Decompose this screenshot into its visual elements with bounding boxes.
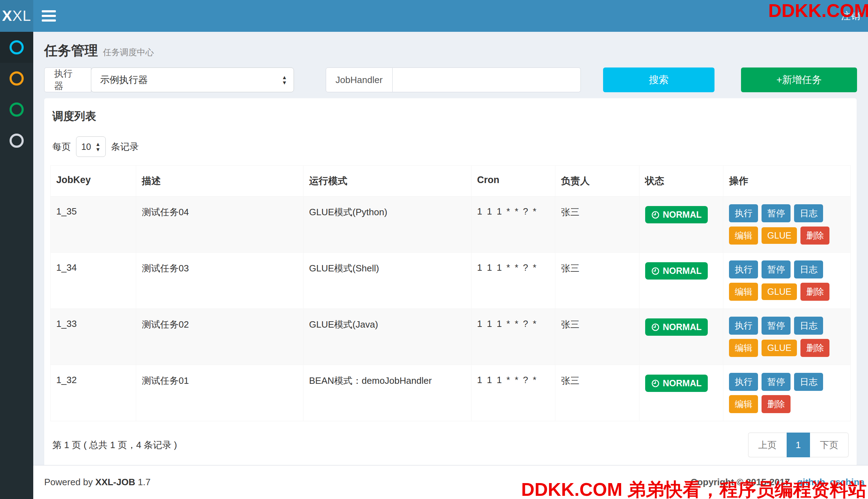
- pause-button[interactable]: 暂停: [762, 204, 791, 222]
- hamburger-bar: [42, 19, 56, 22]
- status-text: NORMAL: [663, 378, 702, 388]
- pause-button[interactable]: 暂停: [762, 373, 791, 391]
- sidebar-item-2[interactable]: [0, 63, 33, 94]
- glue-button[interactable]: GLUE: [762, 227, 797, 244]
- panel-title: 调度列表: [52, 109, 851, 124]
- trigger-button[interactable]: 执行: [729, 204, 758, 222]
- trigger-button[interactable]: 执行: [729, 373, 758, 391]
- hamburger-bar: [42, 15, 56, 17]
- jobhandler-filter-group: JobHandler: [326, 67, 581, 92]
- table-row: 1_33测试任务02GLUE模式(Java)1 1 1 * * ? *张三 NO…: [51, 309, 851, 365]
- cell-status: NORMAL: [639, 365, 723, 421]
- menu-toggle-icon[interactable]: [42, 10, 56, 22]
- edit-button[interactable]: 编辑: [729, 283, 758, 301]
- circle-ring-icon: [10, 134, 24, 148]
- page-size-suffix: 条记录: [111, 141, 139, 153]
- cell-cron: 1 1 1 * * ? *: [471, 309, 555, 365]
- status-badge: NORMAL: [645, 318, 708, 336]
- next-page-button[interactable]: 下页: [810, 433, 849, 457]
- executor-select[interactable]: 示例执行器 ▲▼: [91, 67, 294, 92]
- cell-job_key: 1_35: [51, 196, 136, 253]
- search-button[interactable]: 搜索: [603, 67, 715, 92]
- hamburger-bar: [42, 10, 56, 12]
- cell-job_key: 1_32: [51, 365, 136, 421]
- pause-button[interactable]: 暂停: [762, 317, 791, 335]
- status-badge: NORMAL: [645, 206, 708, 223]
- cell-owner: 张三: [555, 196, 640, 253]
- select-arrows-icon: ▲▼: [95, 141, 100, 152]
- clock-icon: [651, 267, 660, 275]
- sidebar-item-3[interactable]: [0, 94, 33, 125]
- clock-icon: [651, 379, 660, 388]
- column-header: 操作: [723, 166, 851, 196]
- prev-page-button[interactable]: 上页: [748, 433, 787, 457]
- status-badge: NORMAL: [645, 375, 708, 392]
- log-button[interactable]: 日志: [794, 204, 823, 222]
- cell-actions: 执行暂停日志编辑GLUE删除: [723, 253, 851, 309]
- log-button[interactable]: 日志: [794, 260, 823, 278]
- clock-icon: [651, 211, 660, 219]
- pager: 上页 1 下页: [748, 433, 849, 457]
- jobs-table: JobKey描述运行模式Cron负责人状态操作 1_35测试任务04GLUE模式…: [50, 165, 851, 421]
- edit-button[interactable]: 编辑: [729, 339, 758, 357]
- column-header: JobKey: [51, 166, 136, 196]
- cell-job_key: 1_34: [51, 253, 136, 309]
- cell-status: NORMAL: [639, 196, 723, 253]
- glue-button[interactable]: GLUE: [762, 283, 797, 300]
- cell-desc: 测试任务02: [136, 309, 303, 365]
- status-text: NORMAL: [663, 266, 702, 276]
- page-size-control: 每页 10 ▲▼ 条记录: [52, 136, 851, 157]
- executor-selected-value: 示例执行器: [100, 74, 148, 86]
- status-text: NORMAL: [663, 210, 702, 220]
- cell-mode: BEAN模式：demoJobHandler: [303, 365, 471, 421]
- delete-button[interactable]: 删除: [800, 227, 829, 245]
- page-title: 任务管理: [44, 43, 98, 58]
- page-size-select[interactable]: 10 ▲▼: [76, 136, 106, 157]
- cell-actions: 执行暂停日志编辑GLUE删除: [723, 196, 851, 253]
- sidebar-item-1[interactable]: [0, 32, 33, 63]
- delete-button[interactable]: 删除: [800, 283, 829, 301]
- cell-cron: 1 1 1 * * ? *: [471, 365, 555, 421]
- app-logo[interactable]: XXL: [0, 0, 33, 32]
- content-area: 任务管理任务调度中心 执行器 示例执行器 ▲▼ JobHandler 搜索 +新…: [33, 32, 868, 499]
- table-row: 1_34测试任务03GLUE模式(Shell)1 1 1 * * ? *张三 N…: [51, 253, 851, 309]
- page-subtitle: 任务调度中心: [103, 47, 154, 57]
- cell-desc: 测试任务04: [136, 196, 303, 253]
- table-row: 1_32测试任务01BEAN模式：demoJobHandler1 1 1 * *…: [51, 365, 851, 421]
- cell-status: NORMAL: [639, 309, 723, 365]
- pagination-info: 第 1 页 ( 总共 1 页，4 条记录 ): [52, 439, 177, 451]
- executor-filter-group: 执行器 示例执行器 ▲▼: [44, 67, 294, 92]
- log-button[interactable]: 日志: [794, 373, 823, 391]
- sidebar-menu: [0, 32, 33, 499]
- edit-button[interactable]: 编辑: [729, 395, 758, 413]
- page-size-value: 10: [81, 142, 91, 152]
- cell-actions: 执行暂停日志编辑GLUE删除: [723, 309, 851, 365]
- cell-cron: 1 1 1 * * ? *: [471, 196, 555, 253]
- table-header-row: JobKey描述运行模式Cron负责人状态操作: [51, 166, 851, 196]
- table-body: 1_35测试任务04GLUE模式(Python)1 1 1 * * ? *张三 …: [51, 196, 851, 421]
- jobhandler-input[interactable]: [393, 67, 581, 92]
- delete-button[interactable]: 删除: [800, 339, 829, 357]
- status-text: NORMAL: [663, 322, 702, 332]
- cell-mode: GLUE模式(Python): [303, 196, 471, 253]
- current-page-button[interactable]: 1: [787, 433, 810, 457]
- add-job-button[interactable]: +新增任务: [741, 67, 857, 92]
- sidebar-item-4[interactable]: [0, 125, 33, 156]
- column-header: 状态: [639, 166, 723, 196]
- cell-mode: GLUE模式(Java): [303, 309, 471, 365]
- column-header: 运行模式: [303, 166, 471, 196]
- cell-actions: 执行暂停日志编辑删除: [723, 365, 851, 421]
- schedule-list-panel: 调度列表 每页 10 ▲▼ 条记录 JobKey描述运行模式Cron负责人状态操…: [44, 98, 857, 470]
- trigger-button[interactable]: 执行: [729, 317, 758, 335]
- log-button[interactable]: 日志: [794, 317, 823, 335]
- glue-button[interactable]: GLUE: [762, 340, 797, 356]
- top-navbar: XXL 注销: [0, 0, 868, 32]
- cell-job_key: 1_33: [51, 309, 136, 365]
- trigger-button[interactable]: 执行: [729, 260, 758, 278]
- page-size-prefix: 每页: [52, 141, 71, 153]
- brand-name: XXL-JOB: [96, 477, 135, 487]
- pause-button[interactable]: 暂停: [762, 260, 791, 278]
- edit-button[interactable]: 编辑: [729, 227, 758, 245]
- delete-button[interactable]: 删除: [762, 395, 791, 413]
- column-header: 描述: [136, 166, 303, 196]
